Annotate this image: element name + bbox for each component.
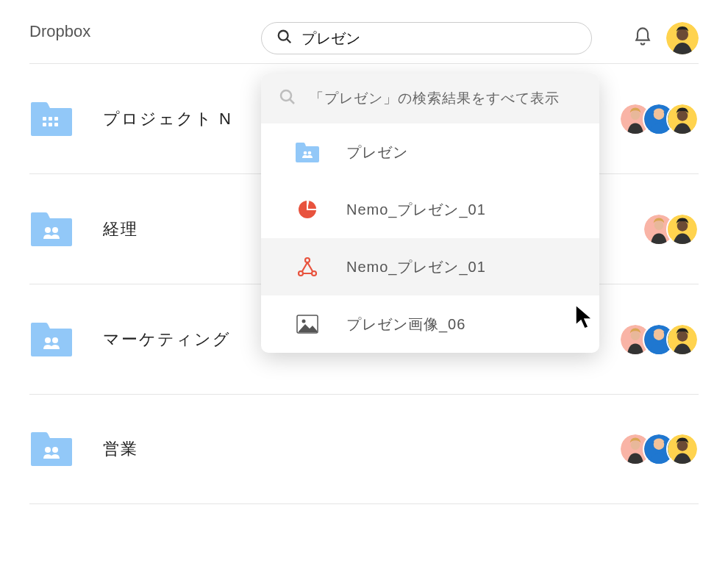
svg-point-30 xyxy=(45,447,51,453)
folder-shared-icon xyxy=(29,211,74,248)
image-icon xyxy=(295,312,320,337)
svg-point-15 xyxy=(677,110,688,121)
member-avatars xyxy=(619,323,699,356)
svg-point-17 xyxy=(52,227,58,233)
folder-shared-icon xyxy=(29,431,74,467)
search-result-item[interactable]: Nemo_プレゼン_01 xyxy=(261,181,599,238)
folder-name: 営業 xyxy=(103,438,619,460)
search-result-item[interactable]: Nemo_プレゼン_01 xyxy=(261,238,599,295)
avatar[interactable] xyxy=(666,323,699,356)
svg-line-39 xyxy=(290,99,294,104)
search-box[interactable] xyxy=(261,22,592,54)
search-input[interactable] xyxy=(301,30,577,47)
search-all-results-label: 「プレゼン」の検索結果をすべて表示 xyxy=(310,89,560,108)
search-all-results[interactable]: 「プレゼン」の検索結果をすべて表示 xyxy=(261,74,599,123)
search-dropdown: 「プレゼン」の検索結果をすべて表示 プレゼン Nemo_プレゼン_01 xyxy=(261,74,599,353)
svg-point-40 xyxy=(304,151,307,155)
svg-rect-4 xyxy=(43,117,46,121)
svg-point-31 xyxy=(52,447,58,453)
svg-point-38 xyxy=(281,90,291,101)
folder-row[interactable]: 営業 xyxy=(29,394,699,504)
svg-line-3 xyxy=(287,39,291,43)
svg-point-41 xyxy=(308,151,312,155)
search-icon xyxy=(276,29,293,48)
svg-point-33 xyxy=(631,440,640,450)
search-result-label: プレゼン xyxy=(346,143,408,162)
folder-shared-icon xyxy=(29,321,74,358)
svg-point-1 xyxy=(677,29,688,40)
folder-shared-icon xyxy=(295,140,320,165)
svg-point-16 xyxy=(45,227,51,233)
keynote-icon xyxy=(295,254,320,279)
svg-point-23 xyxy=(52,337,58,343)
svg-point-47 xyxy=(302,320,306,323)
search-result-item[interactable]: プレゼン画像_06 xyxy=(261,295,599,353)
svg-point-19 xyxy=(654,220,664,230)
svg-rect-8 xyxy=(49,123,52,126)
cursor-icon xyxy=(574,303,597,335)
svg-point-37 xyxy=(677,440,688,451)
search-result-item[interactable]: プレゼン xyxy=(261,123,599,181)
svg-point-43 xyxy=(305,258,310,262)
avatar[interactable] xyxy=(666,103,699,135)
svg-point-21 xyxy=(677,220,688,232)
avatar[interactable] xyxy=(666,213,699,245)
member-avatars xyxy=(619,433,699,465)
svg-rect-6 xyxy=(54,117,58,121)
svg-point-29 xyxy=(677,331,688,342)
search-icon xyxy=(279,88,296,109)
member-avatars xyxy=(619,103,699,135)
svg-rect-5 xyxy=(49,117,52,121)
svg-point-2 xyxy=(279,31,288,40)
brand-name: Dropbox xyxy=(29,22,90,41)
svg-point-45 xyxy=(312,271,316,276)
search-result-label: Nemo_プレゼン_01 xyxy=(346,257,486,277)
svg-point-11 xyxy=(631,110,640,120)
svg-rect-7 xyxy=(43,123,46,126)
avatar[interactable] xyxy=(666,433,699,465)
folder-building-icon xyxy=(29,101,74,137)
svg-point-25 xyxy=(631,331,640,340)
user-avatar[interactable] xyxy=(666,22,699,54)
member-avatars xyxy=(643,213,699,245)
svg-rect-9 xyxy=(54,123,58,126)
svg-point-22 xyxy=(45,337,51,343)
search-container xyxy=(261,22,592,54)
search-result-label: プレゼン画像_06 xyxy=(346,315,465,334)
notifications-icon[interactable] xyxy=(632,26,653,50)
svg-point-44 xyxy=(299,271,303,276)
powerpoint-icon xyxy=(295,197,320,222)
search-result-label: Nemo_プレゼン_01 xyxy=(346,200,486,220)
